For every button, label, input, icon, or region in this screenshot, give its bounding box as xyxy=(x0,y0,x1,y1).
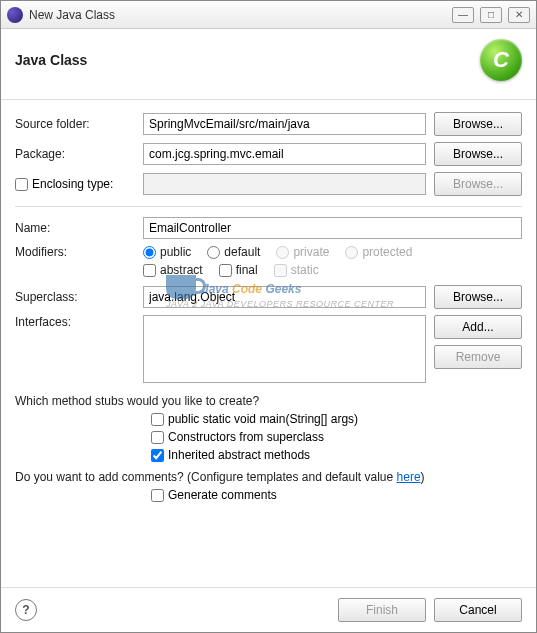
superclass-browse-button[interactable]: Browse... xyxy=(434,285,522,309)
dialog-window: New Java Class — □ ✕ Java Class C Source… xyxy=(0,0,537,633)
stub-main[interactable]: public static void main(String[] args) xyxy=(151,412,522,426)
checkbox-abstract[interactable] xyxy=(143,264,156,277)
source-folder-browse-button[interactable]: Browse... xyxy=(434,112,522,136)
radio-private xyxy=(276,246,289,259)
minimize-button[interactable]: — xyxy=(452,7,474,23)
dialog-footer: ? Finish Cancel xyxy=(1,587,536,632)
modifiers-label: Modifiers: xyxy=(15,245,135,259)
checkbox-constructors[interactable] xyxy=(151,431,164,444)
interfaces-list[interactable] xyxy=(143,315,426,383)
comments-question: Do you want to add comments? (Configure … xyxy=(15,470,522,484)
checkbox-inherited[interactable] xyxy=(151,449,164,462)
package-label: Package: xyxy=(15,147,135,161)
name-label: Name: xyxy=(15,221,135,235)
generate-comments[interactable]: Generate comments xyxy=(151,488,522,502)
separator xyxy=(15,206,522,207)
help-button[interactable]: ? xyxy=(15,599,37,621)
wizard-header: Java Class C xyxy=(1,29,536,100)
maximize-button[interactable]: □ xyxy=(480,7,502,23)
page-title: Java Class xyxy=(15,52,480,68)
class-icon: C xyxy=(480,39,522,81)
source-folder-input[interactable] xyxy=(143,113,426,135)
interfaces-add-button[interactable]: Add... xyxy=(434,315,522,339)
modifier-protected: protected xyxy=(345,245,412,259)
eclipse-icon xyxy=(7,7,23,23)
source-folder-label: Source folder: xyxy=(15,117,135,131)
name-input[interactable] xyxy=(143,217,522,239)
checkbox-final[interactable] xyxy=(219,264,232,277)
modifier-abstract[interactable]: abstract xyxy=(143,263,203,277)
radio-public[interactable] xyxy=(143,246,156,259)
cancel-button[interactable]: Cancel xyxy=(434,598,522,622)
enclosing-type-input xyxy=(143,173,426,195)
radio-protected xyxy=(345,246,358,259)
enclosing-type-browse-button: Browse... xyxy=(434,172,522,196)
superclass-label: Superclass: xyxy=(15,290,135,304)
stub-constructors[interactable]: Constructors from superclass xyxy=(151,430,522,444)
finish-button[interactable]: Finish xyxy=(338,598,426,622)
configure-templates-link[interactable]: here xyxy=(397,470,421,484)
checkbox-generate-comments[interactable] xyxy=(151,489,164,502)
modifier-static: static xyxy=(274,263,319,277)
interfaces-remove-button: Remove xyxy=(434,345,522,369)
interfaces-label: Interfaces: xyxy=(15,315,135,329)
modifier-public[interactable]: public xyxy=(143,245,191,259)
modifier-private: private xyxy=(276,245,329,259)
window-title: New Java Class xyxy=(29,8,452,22)
stub-inherited[interactable]: Inherited abstract methods xyxy=(151,448,522,462)
package-input[interactable] xyxy=(143,143,426,165)
checkbox-main[interactable] xyxy=(151,413,164,426)
superclass-input[interactable] xyxy=(143,286,426,308)
enclosing-type-label: Enclosing type: xyxy=(32,177,113,191)
modifier-final[interactable]: final xyxy=(219,263,258,277)
radio-default[interactable] xyxy=(207,246,220,259)
titlebar: New Java Class — □ ✕ xyxy=(1,1,536,29)
checkbox-static xyxy=(274,264,287,277)
stubs-question: Which method stubs would you like to cre… xyxy=(15,394,522,408)
package-browse-button[interactable]: Browse... xyxy=(434,142,522,166)
close-button[interactable]: ✕ xyxy=(508,7,530,23)
enclosing-type-checkbox[interactable] xyxy=(15,178,28,191)
modifier-default[interactable]: default xyxy=(207,245,260,259)
